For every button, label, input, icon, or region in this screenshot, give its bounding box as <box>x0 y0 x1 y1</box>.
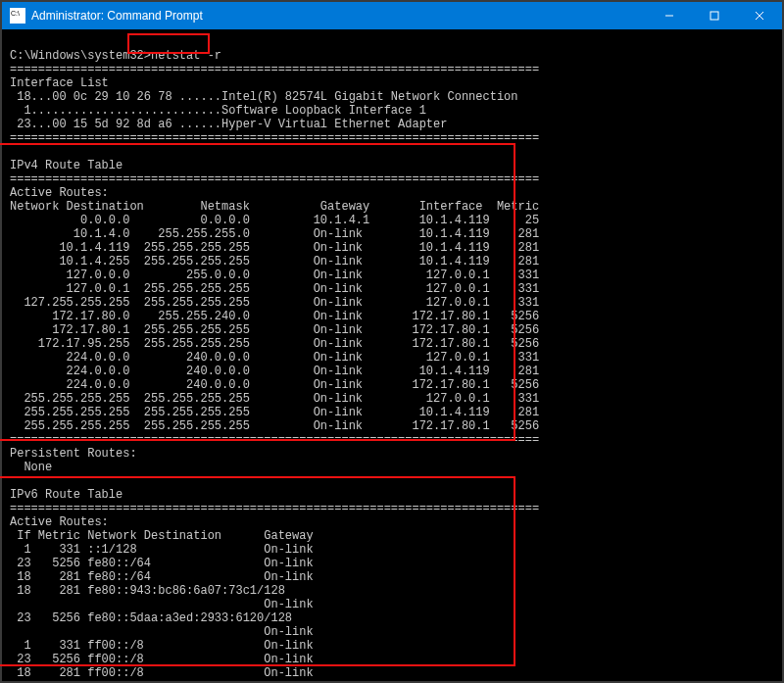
ipv4-columns: Network Destination Netmask Gateway Inte… <box>10 200 539 214</box>
ipv4-routes: 0.0.0.0 0.0.0.0 10.1.4.1 10.1.4.119 25 1… <box>10 214 778 433</box>
persistent-routes-header: Persistent Routes: <box>10 447 137 461</box>
window-title: Administrator: Command Prompt <box>31 9 647 23</box>
terminal-output[interactable]: C:\Windows\system32>netstat -r =========… <box>2 29 782 683</box>
divider: ========================================… <box>10 433 539 447</box>
interface-lines: 18...00 0c 29 10 26 78 ......Intel(R) 82… <box>10 90 778 131</box>
persistent-none: None <box>10 461 52 474</box>
titlebar[interactable]: Administrator: Command Prompt <box>2 2 782 29</box>
ipv6-title: IPv6 Route Table <box>10 488 122 502</box>
divider: ========================================… <box>10 502 539 515</box>
cmd-icon <box>10 8 25 24</box>
ipv6-routes: 1 331 ::1/128 On-link 23 5256 fe80::/64 … <box>10 543 778 680</box>
prompt-text: C:\Windows\system32> <box>10 49 151 63</box>
active-routes-header: Active Routes: <box>10 186 109 200</box>
divider: ========================================… <box>10 172 539 186</box>
active-routes-header: Active Routes: <box>10 515 109 529</box>
ipv4-title: IPv4 Route Table <box>10 159 122 172</box>
command-prompt-window: Administrator: Command Prompt C:\Windows… <box>2 2 782 681</box>
ipv6-columns: If Metric Network Destination Gateway <box>10 529 314 543</box>
interface-list-header: Interface List <box>10 76 109 90</box>
svg-rect-1 <box>710 12 718 20</box>
maximize-button[interactable] <box>692 2 737 29</box>
close-button[interactable] <box>737 2 782 29</box>
window-controls <box>647 2 782 29</box>
divider: ========================================… <box>10 63 539 76</box>
command-text: netstat -r <box>151 49 221 63</box>
divider: ========================================… <box>10 131 539 145</box>
minimize-button[interactable] <box>647 2 692 29</box>
